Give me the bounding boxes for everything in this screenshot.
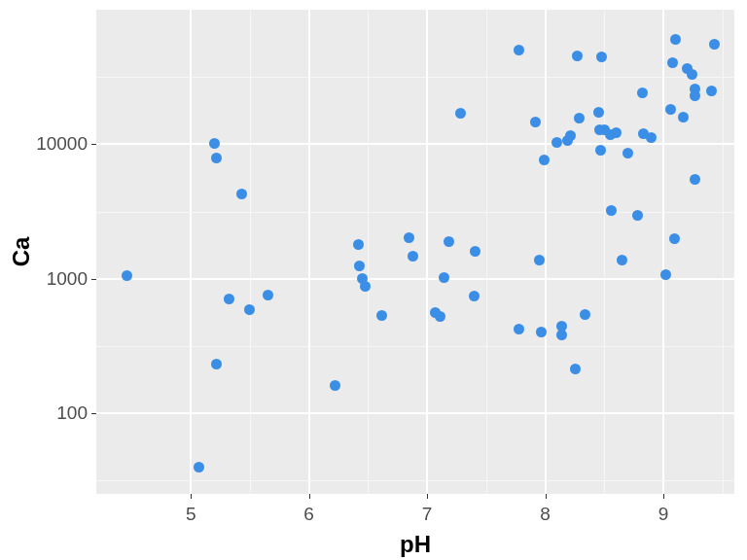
data-point	[670, 34, 681, 45]
x-tick-label: 6	[303, 504, 314, 525]
data-point	[570, 364, 581, 374]
data-point	[665, 104, 676, 115]
data-point	[551, 137, 562, 148]
data-point	[632, 210, 643, 221]
data-point	[514, 45, 524, 55]
data-point	[622, 148, 633, 158]
data-point	[435, 311, 445, 322]
x-tick-label: 7	[422, 504, 433, 525]
data-point	[574, 113, 585, 123]
data-point	[580, 309, 590, 320]
data-point	[439, 272, 449, 283]
data-point	[637, 88, 648, 98]
data-point	[408, 251, 418, 262]
y-tick	[91, 279, 96, 280]
data-point	[330, 380, 340, 391]
data-point	[224, 294, 234, 304]
y-tick	[91, 413, 96, 414]
data-point	[539, 155, 550, 165]
data-point	[244, 304, 255, 315]
data-point	[572, 51, 583, 61]
x-tick	[546, 494, 547, 499]
data-point	[194, 462, 204, 472]
scatter-chart: 100100010000 56789 Ca pH	[0, 0, 747, 560]
data-point	[706, 86, 717, 96]
data-point	[211, 359, 222, 369]
data-point	[263, 290, 273, 300]
data-point	[353, 239, 364, 250]
y-tick-label: 100	[56, 402, 88, 424]
data-point	[455, 108, 466, 119]
data-point	[360, 281, 371, 292]
data-point	[678, 112, 689, 122]
data-point	[646, 132, 657, 143]
data-point	[444, 236, 454, 247]
data-point	[556, 321, 567, 332]
y-tick	[91, 144, 96, 145]
x-tick-label: 5	[186, 504, 196, 525]
data-point	[617, 255, 627, 265]
x-tick-label: 8	[540, 504, 551, 525]
data-point	[556, 330, 567, 340]
data-point	[709, 39, 720, 50]
x-tick	[427, 494, 428, 499]
data-point	[236, 189, 247, 199]
data-point	[404, 232, 414, 243]
data-point	[209, 138, 220, 149]
y-axis-title: Ca	[8, 237, 35, 267]
data-point	[376, 310, 387, 321]
data-point	[690, 174, 700, 185]
data-point	[611, 127, 622, 138]
y-tick-label: 1000	[47, 268, 88, 290]
data-point	[354, 261, 365, 271]
data-point	[593, 107, 604, 118]
data-point	[687, 69, 697, 80]
data-point	[530, 117, 541, 127]
data-point	[469, 291, 480, 301]
data-point	[514, 324, 524, 334]
data-point	[534, 255, 545, 265]
data-point	[470, 246, 480, 257]
data-point	[211, 153, 222, 163]
data-point	[596, 52, 607, 62]
data-point	[669, 233, 680, 244]
x-tick	[309, 494, 310, 499]
x-axis-title: pH	[400, 531, 431, 558]
x-tick-label: 9	[658, 504, 669, 525]
data-point	[122, 270, 132, 281]
x-tick	[191, 494, 192, 499]
data-point	[606, 205, 617, 216]
plot-panel	[96, 10, 734, 494]
data-point	[565, 130, 576, 141]
x-tick	[663, 494, 664, 499]
data-point	[690, 90, 700, 101]
data-point	[667, 57, 678, 68]
y-tick-label: 10000	[36, 133, 88, 155]
